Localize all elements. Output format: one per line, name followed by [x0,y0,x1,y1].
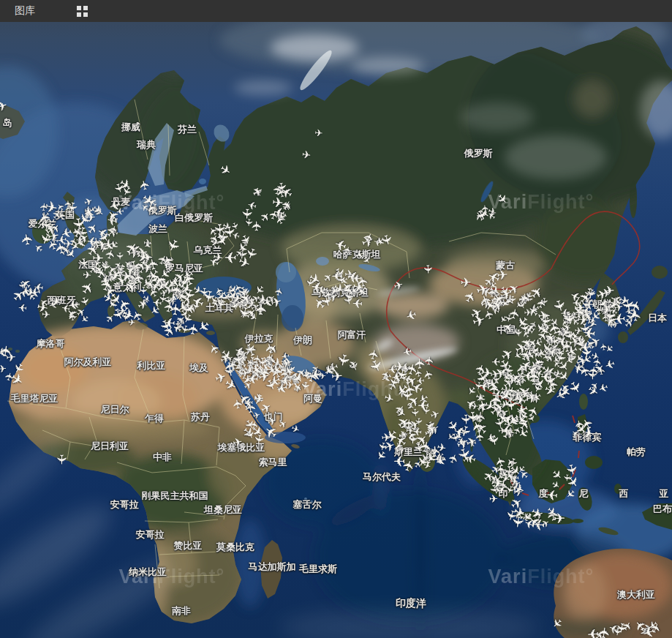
aircraft-icon[interactable]: ✈ [314,128,323,138]
gallery-button[interactable]: 图库 [15,4,35,18]
aircraft-icon[interactable]: ✈ [611,626,623,637]
aircraft-icon[interactable]: ✈ [489,494,499,505]
aircraft-icon[interactable]: ✈ [186,322,201,336]
aircraft-icon[interactable]: ✈ [393,360,406,375]
aircraft-icon[interactable]: ✈ [491,356,500,367]
aircraft-icon[interactable]: ✈ [231,291,243,305]
aircraft-icon[interactable]: ✈ [586,626,599,638]
aircraft-icon[interactable]: ✈ [63,239,72,250]
toolbar: 图库 [0,0,672,22]
aircraft-icon[interactable]: ✈ [83,270,92,281]
aircraft-icon[interactable]: ✈ [403,419,415,429]
aircraft-icon[interactable]: ✈ [600,304,612,318]
aircraft-icon[interactable]: ✈ [587,365,600,377]
aircraft-icon[interactable]: ✈ [510,477,519,487]
aircraft-icon[interactable]: ✈ [497,268,509,282]
aircraft-icon[interactable]: ✈ [352,271,362,284]
aircraft-icon[interactable]: ✈ [257,357,269,367]
aircraft-icon[interactable]: ✈ [518,295,527,306]
aircraft-icon[interactable]: ✈ [140,260,154,276]
grid-icon[interactable] [77,6,88,17]
aircraft-icon[interactable]: ✈ [507,375,517,386]
aircraft-icon[interactable]: ✈ [38,202,49,211]
aircraft-icon[interactable]: ✈ [301,149,312,161]
aircraft-icon[interactable]: ✈ [251,221,264,232]
aircraft-icon[interactable]: ✈ [574,361,584,373]
aircraft-icon[interactable]: ✈ [240,368,250,380]
aircraft-icon[interactable]: ✈ [254,303,269,315]
aircraft-icon[interactable]: ✈ [582,323,597,340]
aircraft-icon[interactable]: ✈ [555,328,565,337]
aircraft-icon[interactable]: ✈ [526,370,543,384]
aircraft-icon[interactable]: ✈ [328,285,339,297]
aircraft-icon[interactable]: ✈ [0,345,15,359]
aircraft-icon[interactable]: ✈ [232,436,243,449]
aircraft-icon[interactable]: ✈ [600,342,610,351]
aircraft-icon[interactable]: ✈ [78,257,91,269]
aircraft-icon[interactable]: ✈ [422,264,434,274]
aircraft-icon[interactable]: ✈ [409,408,420,417]
aircraft-icon[interactable]: ✈ [480,365,494,380]
aircraft-icon[interactable]: ✈ [20,232,36,247]
aircraft-icon[interactable]: ✈ [499,399,509,411]
aircraft-icon[interactable]: ✈ [64,200,73,208]
aircraft-icon[interactable]: ✈ [513,393,526,408]
aircraft-icon[interactable]: ✈ [54,454,67,465]
aircraft-icon[interactable]: ✈ [164,315,176,329]
aircraft-icon[interactable]: ✈ [116,205,125,216]
aircraft-icon[interactable]: ✈ [230,353,245,366]
aircraft-icon[interactable]: ✈ [501,423,513,436]
